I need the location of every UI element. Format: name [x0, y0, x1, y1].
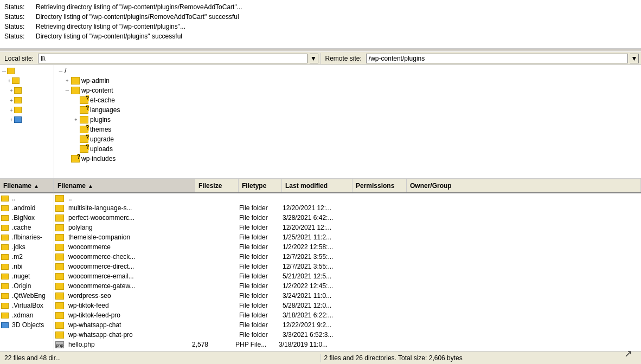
remote-filetype-header[interactable]: Filetype — [239, 179, 282, 192]
root-expander[interactable]: ─ — [57, 68, 64, 74]
remote-tree-et-cache[interactable]: · et-cache — [55, 95, 640, 105]
remote-file-row-14[interactable]: php hello.php 2,578 PHP File... 3/18/201… — [54, 340, 641, 349]
local-tree-item-2[interactable]: + — [5, 86, 53, 95]
local-bottom-status: 22 files and 48 dir... — [2, 354, 319, 362]
uploads-label: uploads — [90, 145, 113, 153]
local-tree[interactable]: ─ + + + + + — [0, 65, 54, 178]
remote-dropdown-arrow-icon: ▼ — [631, 55, 638, 62]
local-file-row-origin[interactable]: .Origin — [0, 281, 54, 291]
themes-folder-icon — [80, 126, 88, 133]
remote-file-row-9[interactable]: wordpress-seo File folder 3/24/2021 11:0… — [54, 291, 641, 301]
remote-file-row-7[interactable]: woocommerce-email... File folder 5/21/20… — [54, 271, 641, 281]
local-file-row-qtwebeng[interactable]: .QtWebEng — [0, 291, 54, 301]
sort-arrow-icon-remote: ▲ — [88, 183, 93, 189]
remote-site-bar: Remote site: /wp-content/plugins ▼ — [323, 54, 639, 63]
remote-tree-themes[interactable]: · themes — [55, 125, 640, 134]
remote-file-row-updir[interactable]: .. — [54, 193, 641, 203]
local-file-row-virtualbox[interactable]: .VirtualBox — [0, 301, 54, 310]
remote-tree-wp-content[interactable]: ─ wp-content — [55, 86, 640, 95]
wp-content-folder-icon — [71, 87, 80, 94]
remote-tree-root[interactable]: ─ / — [55, 66, 640, 76]
folder-icon — [55, 283, 64, 290]
local-file-row-bignox[interactable]: .BigNox — [0, 213, 54, 223]
folder-icon — [55, 253, 64, 261]
folder-icon — [55, 263, 64, 270]
local-filename-header[interactable]: Filename ▲ — [0, 179, 54, 192]
root-expand[interactable]: ─ — [2, 68, 7, 74]
local-file-row-android[interactable]: .android — [0, 203, 54, 213]
local-tree-item-4[interactable]: + — [5, 105, 53, 115]
remote-site-dropdown[interactable]: ▼ — [630, 54, 639, 63]
local-file-row-xdman[interactable]: .xdman — [0, 310, 54, 320]
remote-files-panel: Filename ▲ Filesize Filetype Last modifi… — [54, 179, 641, 351]
remote-tree-plugins[interactable]: + plugins — [55, 115, 640, 125]
remote-filesize-header[interactable]: Filesize — [195, 179, 239, 192]
plugins-expander[interactable]: + — [73, 116, 79, 123]
remote-file-row-4[interactable]: woocommerce File folder 1/2/2022 12:58:.… — [54, 242, 641, 252]
remote-file-row-5[interactable]: woocommerce-check... File folder 12/7/20… — [54, 252, 641, 262]
remote-permissions-header[interactable]: Permissions — [352, 179, 407, 192]
remote-file-row-1[interactable]: perfect-woocommerc... File folder 3/28/2… — [54, 213, 641, 223]
remote-file-row-8[interactable]: woocommerce-gatew... File folder 1/2/202… — [54, 281, 641, 291]
local-tree-item[interactable]: + — [5, 76, 53, 86]
local-file-row-ffbinaries[interactable]: .ffbinaries- — [0, 232, 54, 242]
local-site-path[interactable]: ll\ — [38, 54, 307, 63]
folder-icon — [55, 273, 64, 280]
remote-file-row-11[interactable]: wp-tiktok-feed-pro File folder 3/18/2021… — [54, 310, 641, 320]
remote-tree-languages[interactable]: · languages — [55, 105, 640, 115]
folder-icon — [1, 225, 9, 231]
local-tree-item-5[interactable]: + — [5, 115, 53, 125]
folder-icon — [1, 274, 9, 280]
et-cache-label: et-cache — [90, 96, 115, 104]
languages-folder-icon — [80, 106, 88, 114]
local-site-dropdown[interactable]: ▼ — [310, 54, 318, 63]
status-text-2: Directory listing of "/wp-content/plugin… — [36, 12, 239, 22]
local-file-row-updir[interactable]: .. — [0, 193, 54, 203]
folder-icon — [55, 322, 64, 329]
remote-tree[interactable]: ─ / + wp-admin ─ wp-content · et-cache — [54, 65, 641, 178]
wp-includes-folder-icon — [71, 155, 80, 162]
folder-icon-4 — [14, 107, 22, 113]
remote-file-row-12[interactable]: wp-whatsapp-chat File folder 12/22/2021 … — [54, 320, 641, 330]
remote-tree-uploads[interactable]: · uploads — [55, 144, 640, 154]
bottom-divider — [320, 354, 321, 362]
remote-file-row-0[interactable]: multisite-language-s... File folder 12/2… — [54, 203, 641, 213]
remote-filename-header[interactable]: Filename ▲ — [54, 179, 195, 192]
remote-tree-wp-admin[interactable]: + wp-admin — [55, 76, 640, 86]
remote-lastmodified-header[interactable]: Last modified — [282, 179, 352, 192]
local-file-row-cache[interactable]: .cache — [0, 223, 54, 232]
remote-file-row-13[interactable]: wp-whatsapp-chat-pro File folder 3/3/202… — [54, 330, 641, 340]
local-file-row-nbi[interactable]: .nbi — [0, 262, 54, 271]
local-tree-item-3[interactable]: + — [5, 95, 53, 105]
remote-file-list-body[interactable]: .. multisite-language-s... File folder 1… — [54, 193, 641, 351]
local-file-row-3dobjects[interactable]: 3D Objects — [0, 320, 54, 330]
remote-file-row-3[interactable]: themeisle-companion File folder 1/25/202… — [54, 232, 641, 242]
remote-tree-upgrade[interactable]: · upgrade — [55, 134, 640, 144]
folder-icon — [55, 195, 64, 202]
local-site-label: Local site: — [2, 55, 36, 62]
remote-site-path[interactable]: /wp-content/plugins — [366, 54, 628, 63]
wp-content-expander[interactable]: ─ — [64, 87, 70, 94]
remote-tree-wp-includes[interactable]: · wp-includes — [55, 154, 640, 164]
plugins-folder-icon — [80, 116, 88, 123]
folder-icon — [55, 224, 64, 231]
local-file-row-nuget[interactable]: .nuget — [0, 271, 54, 281]
local-file-row-m2[interactable]: .m2 — [0, 252, 54, 262]
remote-tree-scroll[interactable]: ─ / + wp-admin ─ wp-content · et-cache — [55, 66, 640, 177]
folder-icon-blue — [1, 322, 9, 328]
wp-admin-expander[interactable]: + — [64, 77, 70, 84]
remote-file-row-6[interactable]: woocommerce-direct... File folder 12/7/2… — [54, 262, 641, 271]
folder-icon — [1, 313, 9, 318]
local-file-list-body[interactable]: .. .android .BigNox .cache .ffbinaries- … — [0, 193, 54, 351]
bottom-bar: 22 files and 48 dir... 2 files and 26 di… — [0, 351, 641, 364]
et-cache-folder-icon — [80, 96, 88, 104]
folder-icon — [55, 234, 64, 241]
status-line-2: Status: Directory listing of "/wp-conten… — [4, 12, 637, 22]
remote-file-row-2[interactable]: polylang File folder 12/20/2021 12:... — [54, 223, 641, 232]
remote-bottom-status: 2 files and 26 directories. Total size: … — [322, 354, 639, 362]
local-tree-root: ─ — [1, 66, 53, 76]
remote-ownergroup-header[interactable]: Owner/Group — [407, 179, 641, 192]
folder-icon — [55, 244, 64, 251]
local-file-row-jdks[interactable]: .jdks — [0, 242, 54, 252]
remote-file-row-10[interactable]: wp-tiktok-feed File folder 5/28/2021 12:… — [54, 301, 641, 310]
